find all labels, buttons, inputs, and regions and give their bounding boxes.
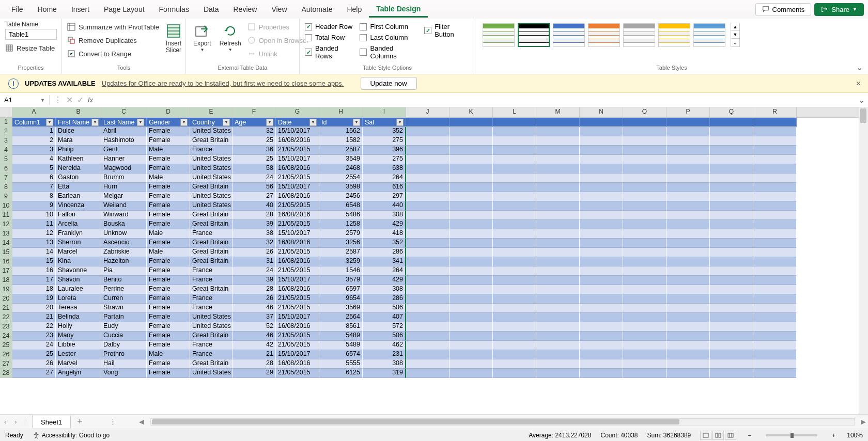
cell[interactable]	[493, 350, 536, 359]
cell[interactable]: Zabriskie	[101, 248, 147, 257]
cell[interactable]: 407	[363, 313, 406, 322]
cell[interactable]: 40	[233, 201, 276, 211]
cell[interactable]: France	[190, 266, 233, 276]
cell[interactable]	[623, 220, 667, 229]
cell[interactable]	[623, 136, 667, 146]
ribbon-tab-page-layout[interactable]: Page Layout	[97, 2, 152, 17]
cell[interactable]	[623, 341, 667, 350]
cell[interactable]	[623, 304, 667, 313]
status-accessibility[interactable]: Accessibility: Good to go	[33, 432, 110, 439]
cell[interactable]: Female	[147, 211, 190, 220]
cell[interactable]: France	[190, 341, 233, 350]
cell[interactable]	[580, 257, 623, 266]
cell[interactable]	[536, 174, 580, 183]
cell[interactable]	[753, 118, 797, 127]
sheet-next-button[interactable]: ›	[10, 418, 21, 426]
cell[interactable]	[753, 332, 797, 341]
cell[interactable]	[753, 201, 797, 211]
cell[interactable]	[753, 174, 797, 183]
cell[interactable]	[450, 341, 493, 350]
cell[interactable]: Female	[147, 220, 190, 229]
table-header-cell[interactable]: Gender▼	[147, 118, 190, 127]
table-style-swatch[interactable]	[588, 23, 620, 47]
cell[interactable]: 1258	[319, 220, 363, 229]
cell[interactable]: 5489	[319, 332, 363, 341]
sheet-prev-button[interactable]: ‹	[0, 418, 10, 426]
row-header[interactable]: 17	[0, 266, 12, 276]
cell[interactable]: Curren	[101, 294, 147, 304]
cell[interactable]	[580, 332, 623, 341]
cell[interactable]: 38	[233, 229, 276, 239]
cell[interactable]: 21/05/2015	[276, 294, 319, 304]
row-header[interactable]: 20	[0, 294, 12, 304]
cell[interactable]: 1546	[319, 266, 363, 276]
cell[interactable]: 264	[363, 174, 406, 183]
cell[interactable]: 341	[363, 257, 406, 266]
cell[interactable]: 56	[233, 183, 276, 192]
cell[interactable]	[623, 146, 667, 155]
cell[interactable]: France	[190, 294, 233, 304]
cell[interactable]: 5489	[319, 341, 363, 350]
cell[interactable]	[536, 201, 580, 211]
ribbon-tab-review[interactable]: Review	[226, 2, 265, 17]
remove-duplicates-button[interactable]: Remove Duplicates	[67, 35, 159, 45]
cell[interactable]: 5486	[319, 211, 363, 220]
cell[interactable]: 21/05/2015	[276, 174, 319, 183]
row-header[interactable]: 28	[0, 369, 12, 378]
cell[interactable]	[667, 118, 710, 127]
cell[interactable]	[667, 211, 710, 220]
zoom-out-button[interactable]: −	[746, 432, 753, 439]
cell[interactable]: 9	[12, 201, 56, 211]
cell[interactable]	[667, 266, 710, 276]
cell[interactable]	[667, 341, 710, 350]
row-header[interactable]: 19	[0, 285, 12, 294]
table-header-cell[interactable]: Country▼	[190, 118, 233, 127]
cell[interactable]: United States	[190, 313, 233, 322]
cell[interactable]: United States	[190, 164, 233, 174]
table-style-swatch[interactable]	[553, 23, 585, 47]
table-header-cell[interactable]: Id▼	[319, 118, 363, 127]
total-row-check[interactable]: Total Row	[305, 34, 355, 41]
cell[interactable]: 20	[12, 304, 56, 313]
cell[interactable]	[710, 257, 753, 266]
cell[interactable]	[710, 248, 753, 257]
cell[interactable]: 16/08/2016	[276, 359, 319, 369]
cell[interactable]: 21/05/2015	[276, 146, 319, 155]
cell[interactable]	[406, 211, 450, 220]
cell[interactable]: Shavon	[56, 276, 101, 285]
row-header[interactable]: 14	[0, 239, 12, 248]
table-header-cell[interactable]: Column1▼	[12, 118, 56, 127]
cell[interactable]: 32	[233, 239, 276, 248]
table-header-cell[interactable]: First Name▼	[56, 118, 101, 127]
cell[interactable]: Female	[147, 192, 190, 201]
cell[interactable]	[710, 220, 753, 229]
cell[interactable]: 39	[233, 220, 276, 229]
cell[interactable]	[450, 266, 493, 276]
share-button[interactable]: Share ▼	[814, 3, 864, 16]
row-header[interactable]: 26	[0, 350, 12, 359]
cell[interactable]	[406, 146, 450, 155]
cell[interactable]: 46	[233, 304, 276, 313]
cell[interactable]	[536, 341, 580, 350]
cell[interactable]: Hail	[101, 359, 147, 369]
cell[interactable]	[406, 239, 450, 248]
cell[interactable]	[493, 285, 536, 294]
cell[interactable]	[406, 266, 450, 276]
cell[interactable]	[623, 164, 667, 174]
name-box[interactable]: A1▼	[0, 95, 50, 105]
cell[interactable]: Many	[56, 332, 101, 341]
cell[interactable]: 21/05/2015	[276, 332, 319, 341]
cell[interactable]	[710, 304, 753, 313]
col-header[interactable]: L	[493, 107, 536, 117]
cell[interactable]	[710, 192, 753, 201]
cell[interactable]	[493, 220, 536, 229]
cell[interactable]: 15	[12, 257, 56, 266]
cell[interactable]	[667, 257, 710, 266]
cell[interactable]: Great Britain	[190, 183, 233, 192]
cell[interactable]: Hurn	[101, 183, 147, 192]
cell[interactable]	[710, 294, 753, 304]
cell[interactable]	[753, 155, 797, 164]
cell[interactable]	[450, 220, 493, 229]
cell[interactable]: Female	[147, 359, 190, 369]
cell[interactable]	[580, 146, 623, 155]
